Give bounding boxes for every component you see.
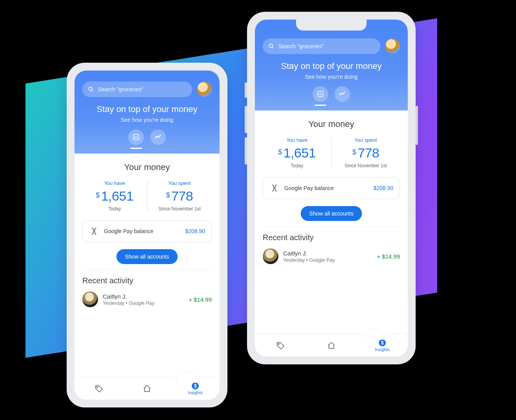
google-pay-balance-card[interactable]: Google Pay balance $208.90 (263, 177, 400, 199)
svg-line-8 (272, 47, 273, 48)
trend-icon (338, 90, 346, 98)
trend-icon (154, 133, 162, 141)
you-spent-amount: $778 (332, 145, 400, 161)
hero-tabs (82, 129, 212, 145)
svg-point-6 (96, 386, 97, 387)
hero-subtitle: See how you're doing (82, 117, 212, 123)
you-spent-label: You spent (332, 137, 400, 143)
search-row: Search "groceries" (82, 81, 212, 97)
balance-label: Google Pay balance (104, 228, 180, 234)
tab-bar-chart[interactable] (128, 129, 144, 145)
search-row: Search "groceries" (263, 38, 400, 54)
home-icon (327, 341, 336, 350)
separator (82, 270, 212, 270)
you-have-sub: Today (263, 163, 331, 168)
bar-chart-icon (317, 91, 324, 98)
you-have-amount: $1,651 (82, 188, 147, 204)
bottom-nav: $ Insights (74, 377, 220, 400)
search-placeholder: Search "groceries" (98, 86, 144, 92)
show-all-accounts-button[interactable]: Show all accounts (116, 249, 178, 264)
hero-subtitle: See how you're doing (263, 74, 400, 80)
hero-title: Stay on top of your money (263, 61, 400, 71)
activity-item[interactable]: Caitlyn J. Yesterday • Google Pay + $14.… (263, 248, 400, 264)
bar-chart-icon (133, 134, 140, 141)
profile-avatar[interactable] (385, 39, 400, 54)
svg-point-7 (269, 44, 273, 47)
you-spent-sub: Since November 1st (332, 163, 400, 168)
you-have-sub: Today (82, 206, 147, 212)
side-button (245, 137, 247, 165)
activity-main: Caitlyn J. Yesterday • Google Pay (283, 250, 372, 263)
screen: Search "groceries" Stay on top of your m… (74, 71, 220, 400)
you-spent-col: You spent $778 Since November 1st (332, 137, 400, 168)
gpay-icon (269, 183, 280, 193)
show-all-accounts-button[interactable]: Show all accounts (301, 206, 362, 221)
nav-home[interactable] (123, 377, 171, 400)
search-icon (268, 43, 274, 49)
activity-sub: Yesterday • Google Pay (283, 257, 372, 263)
phone-notch (296, 20, 367, 31)
money-summary: You have $1,651 Today You spent $778 Sin… (263, 137, 400, 168)
you-have-amount: $1,651 (263, 145, 331, 161)
svg-line-1 (92, 90, 93, 91)
you-have-label: You have (82, 180, 147, 186)
activity-avatar (82, 291, 98, 307)
you-spent-label: You spent (147, 180, 212, 186)
balance-value: $208.90 (185, 228, 205, 234)
profile-avatar[interactable] (197, 82, 212, 97)
nav-home[interactable] (306, 334, 357, 357)
activity-main: Caitlyn J. Yesterday • Google Pay (103, 293, 184, 306)
activity-amount: + $14.99 (189, 296, 212, 303)
balance-label: Google Pay balance (284, 185, 369, 191)
screen: Search "groceries" Stay on top of your m… (255, 20, 408, 357)
you-have-col: You have $1,651 Today (82, 180, 147, 212)
hero-banner: Search "groceries" Stay on top of your m… (255, 20, 408, 110)
side-button (245, 106, 247, 133)
search-placeholder: Search "groceries" (278, 43, 324, 49)
you-spent-col: You spent $778 Since November 1st (147, 180, 212, 212)
nav-offers[interactable] (255, 334, 306, 357)
money-summary: You have $1,651 Today You spent $778 Sin… (82, 180, 212, 212)
you-have-label: You have (263, 137, 331, 143)
phone-mock-right: Search "groceries" Stay on top of your m… (247, 12, 416, 364)
activity-avatar (263, 248, 278, 264)
your-money-heading: Your money (82, 162, 212, 172)
dollar-icon: $ (379, 339, 386, 346)
separator (263, 226, 400, 227)
nav-insights-label: Insights (188, 390, 203, 395)
hero-title: Stay on top of your money (82, 104, 212, 114)
search-icon (88, 86, 94, 92)
balance-value: $208.90 (373, 185, 393, 191)
hero-tabs (263, 86, 400, 102)
svg-point-0 (89, 87, 92, 91)
activity-name: Caitlyn J. (283, 250, 372, 257)
recent-activity-heading: Recent activity (263, 233, 400, 242)
your-money-heading: Your money (263, 119, 400, 129)
side-button (245, 82, 247, 98)
tab-bar-chart[interactable] (313, 86, 328, 102)
tab-trend[interactable] (334, 86, 350, 102)
gpay-icon (89, 226, 99, 236)
side-button (416, 106, 418, 145)
you-spent-sub: Since November 1st (147, 206, 212, 212)
phone-mock-left: Search "groceries" Stay on top of your m… (67, 63, 227, 407)
home-icon (143, 384, 151, 393)
activity-name: Caitlyn J. (103, 293, 184, 300)
bottom-nav: $ Insights (255, 334, 408, 357)
hero-banner: Search "groceries" Stay on top of your m… (74, 71, 220, 154)
activity-item[interactable]: Caitlyn J. Yesterday • Google Pay + $14.… (82, 291, 212, 307)
tag-icon (94, 384, 103, 393)
activity-sub: Yesterday • Google Pay (103, 301, 184, 306)
search-input[interactable]: Search "groceries" (263, 38, 380, 54)
google-pay-balance-card[interactable]: Google Pay balance $208.90 (82, 220, 212, 242)
tab-trend[interactable] (150, 129, 166, 145)
search-input[interactable]: Search "groceries" (82, 81, 192, 97)
dollar-icon: $ (192, 382, 199, 389)
main-panel: Your money You have $1,651 Today You spe… (255, 110, 408, 334)
you-spent-amount: $778 (147, 188, 212, 204)
nav-offers[interactable] (74, 377, 123, 400)
you-have-col: You have $1,651 Today (263, 137, 331, 168)
recent-activity-heading: Recent activity (82, 276, 212, 285)
activity-amount: + $14.99 (377, 253, 400, 260)
main-panel: Your money You have $1,651 Today You spe… (74, 154, 220, 377)
